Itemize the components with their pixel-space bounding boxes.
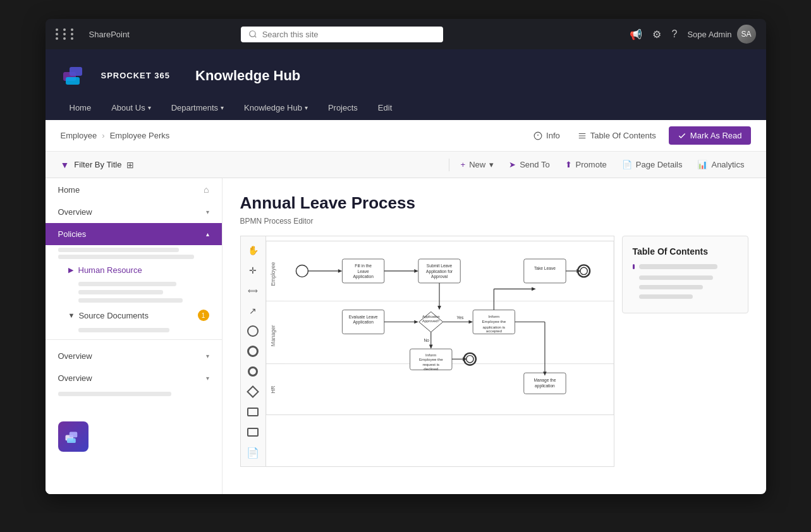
svg-rect-13 <box>67 438 76 444</box>
main-layout: Home ⌂ Overview ▾ Policies ▴ ▶ Human Res… <box>46 178 766 494</box>
svg-rect-4 <box>66 77 80 85</box>
collapse-icon: ▼ <box>68 311 75 319</box>
breadcrumb-employee[interactable]: Employee <box>61 131 97 140</box>
hand-tool[interactable]: ✋ <box>244 241 262 259</box>
svg-point-22 <box>296 265 308 277</box>
filter-section: ▼ Filter By Title ⊞ <box>61 160 135 170</box>
page-details-icon: 📄 <box>622 160 632 169</box>
diamond-tool[interactable] <box>244 383 262 401</box>
nav-about-us[interactable]: About Us ▾ <box>102 97 159 120</box>
toc-button[interactable]: Table Of Contents <box>573 128 661 143</box>
bpmn-label: BPMN Process Editor <box>240 217 748 226</box>
sidebar-item-policies[interactable]: Policies ▴ <box>46 223 222 245</box>
promote-icon: ⬆ <box>565 160 572 169</box>
image-tool[interactable] <box>244 423 262 441</box>
sidebar-item-home[interactable]: Home ⌂ <box>46 178 222 201</box>
sidebar-divider <box>46 339 222 340</box>
svg-text:accepted: accepted <box>485 329 502 333</box>
svg-text:Manager: Manager <box>270 325 276 346</box>
nav-projects[interactable]: Projects <box>319 97 367 120</box>
search-input[interactable] <box>262 30 436 39</box>
sidebar-overview-label: Overview <box>58 207 92 217</box>
nav-departments[interactable]: Departments ▾ <box>162 97 233 120</box>
svg-text:No: No <box>424 338 429 342</box>
search-icon <box>248 30 257 39</box>
send-icon: ➤ <box>509 160 516 169</box>
settings-icon[interactable]: ⚙ <box>652 28 661 40</box>
svg-text:Application: Application <box>422 315 439 318</box>
analytics-label: Analytics <box>711 160 744 169</box>
help-icon[interactable]: ? <box>671 28 677 40</box>
search-bar <box>241 27 443 42</box>
plus-icon: + <box>461 160 466 169</box>
source-badge: 1 <box>198 310 209 321</box>
breadcrumb-employee-perks: Employee Perks <box>110 131 170 140</box>
svg-text:Employee the: Employee the <box>482 319 506 323</box>
connect-tool[interactable]: ⟺ <box>244 282 262 299</box>
toc-item-2[interactable] <box>633 275 738 280</box>
new-button[interactable]: + New ▾ <box>454 157 501 172</box>
rect-tool[interactable] <box>244 403 262 421</box>
move-tool[interactable]: ✛ <box>244 262 262 279</box>
promote-button[interactable]: ⬆ Promote <box>559 157 613 172</box>
sidebar-item-human-resource[interactable]: ▶ Human Resource <box>46 260 222 280</box>
new-chevron: ▾ <box>489 160 494 169</box>
doc-tool[interactable]: 📄 <box>244 444 262 461</box>
sidebar-item-source-documents[interactable]: ▼ Source Documents 1 <box>46 305 222 326</box>
sidebar-item-overview-3[interactable]: Overview ▾ <box>46 367 222 389</box>
page-title: Annual Leave Process <box>240 193 748 213</box>
info-button[interactable]: Info <box>528 128 565 143</box>
app-grid-icon[interactable] <box>56 28 76 40</box>
bpmn-diagram[interactable]: Employee Manager HR <box>265 236 614 467</box>
svg-text:Fill in the: Fill in the <box>355 263 372 268</box>
megaphone-icon[interactable]: 📢 <box>630 28 642 40</box>
bpmn-svg: Employee Manager HR <box>266 236 614 420</box>
placeholder-bar <box>78 290 164 294</box>
sidebar-item-overview-2[interactable]: Overview ▾ <box>46 345 222 367</box>
nav-home[interactable]: Home <box>61 97 101 120</box>
send-to-label: Send To <box>520 160 549 169</box>
site-logo-text: SPROCKET 365 <box>101 71 171 80</box>
analytics-button[interactable]: 📊 Analytics <box>691 157 750 172</box>
toc-active-indicator <box>633 264 635 269</box>
home-icon: ⌂ <box>204 184 209 195</box>
breadcrumb-actions: Info Table Of Contents Mark As Read <box>528 126 750 145</box>
toc-item-1[interactable] <box>633 264 738 269</box>
toc-item-4[interactable] <box>633 294 738 299</box>
adjust-icon[interactable]: ⊞ <box>126 160 134 170</box>
svg-text:Yes: Yes <box>456 315 463 320</box>
svg-text:request is: request is <box>422 362 439 366</box>
circle-tool[interactable] <box>244 322 262 340</box>
toc-item-3[interactable] <box>633 285 738 289</box>
toc-placeholder-3 <box>639 285 703 289</box>
svg-text:Submit Leave: Submit Leave <box>426 263 452 268</box>
placeholder-bar <box>58 255 194 259</box>
page-details-label: Page Details <box>636 160 683 169</box>
sidebar-item-overview-1[interactable]: Overview ▾ <box>46 201 222 223</box>
chevron-down-icon: ▾ <box>221 104 224 111</box>
event-tool[interactable] <box>244 363 262 380</box>
pointer-tool[interactable]: ↗ <box>244 302 262 320</box>
svg-text:Inform: Inform <box>488 314 499 318</box>
placeholder-row-7 <box>46 389 222 399</box>
placeholder-bar <box>78 328 170 332</box>
svg-text:application: application <box>535 384 555 389</box>
chevron-down-icon: ▾ <box>206 375 209 382</box>
svg-rect-37 <box>523 259 565 283</box>
new-label: New <box>469 160 485 169</box>
placeholder-row-2 <box>46 253 222 260</box>
mark-as-read-button[interactable]: Mark As Read <box>669 126 751 145</box>
page-details-button[interactable]: 📄 Page Details <box>616 157 689 172</box>
svg-text:Application: Application <box>353 320 374 325</box>
svg-text:Application for: Application for <box>426 269 453 274</box>
avatar[interactable]: SA <box>737 25 756 44</box>
bpmn-tools: ✋ ✛ ⟺ ↗ 📄 <box>240 236 265 467</box>
site-nav: Home About Us ▾ Departments ▾ Knowledge … <box>61 97 751 120</box>
placeholder-bar <box>78 298 183 303</box>
nav-knowledge-hub[interactable]: Knowledge Hub ▾ <box>235 97 317 120</box>
send-to-button[interactable]: ➤ Send To <box>503 157 556 172</box>
site-title: Knowledge Hub <box>195 68 300 84</box>
toc-placeholder-4 <box>639 294 693 299</box>
circle-thick-tool[interactable] <box>244 342 262 360</box>
nav-edit[interactable]: Edit <box>369 97 401 120</box>
